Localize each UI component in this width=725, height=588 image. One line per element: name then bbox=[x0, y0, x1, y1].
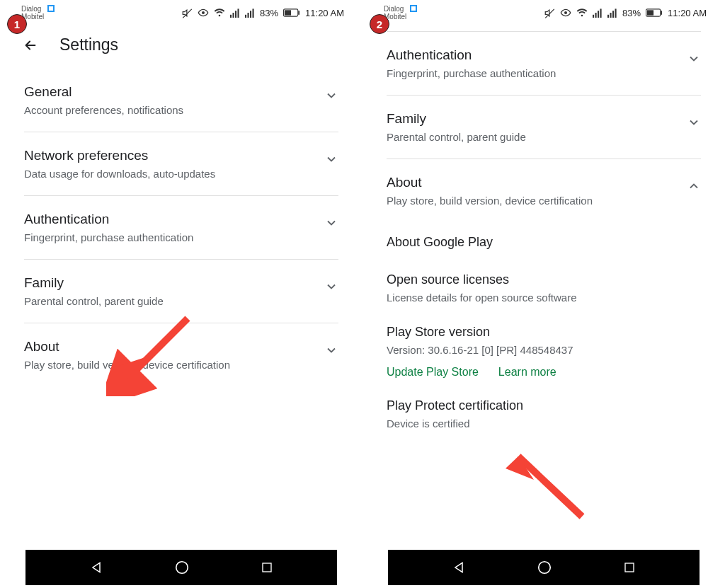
svg-rect-1 bbox=[230, 15, 232, 18]
settings-list: General Account preferences, notificatio… bbox=[4, 69, 358, 550]
nav-home-icon[interactable] bbox=[174, 560, 190, 575]
notification-icon bbox=[47, 5, 55, 12]
svg-rect-5 bbox=[245, 15, 246, 18]
svg-rect-26 bbox=[647, 10, 653, 15]
status-bar: Dialog Mobitel 83% 11:20 AM bbox=[4, 0, 358, 25]
section-title: Family bbox=[24, 275, 304, 291]
play-store-version: Play Store version Version: 30.6.16-21 [… bbox=[387, 312, 701, 386]
status-icons: 83% 11:20 AM bbox=[544, 7, 707, 18]
svg-point-13 bbox=[176, 562, 188, 574]
svg-rect-6 bbox=[248, 13, 249, 18]
svg-rect-29 bbox=[625, 563, 634, 572]
signal-icon-2 bbox=[607, 8, 617, 18]
svg-rect-22 bbox=[612, 11, 614, 18]
status-carriers: Dialog Mobitel bbox=[384, 6, 417, 21]
section-about[interactable]: About Play store, build version, device … bbox=[24, 323, 338, 386]
svg-rect-21 bbox=[610, 13, 612, 18]
item-title: Play Store version bbox=[387, 325, 701, 340]
nav-back-icon[interactable] bbox=[452, 560, 466, 575]
eye-icon bbox=[198, 7, 209, 18]
section-family[interactable]: Family Parental control, parent guide bbox=[24, 260, 338, 323]
chevron-down-icon bbox=[687, 52, 701, 66]
svg-point-28 bbox=[539, 562, 551, 574]
step-badge-1: 1 bbox=[7, 14, 27, 34]
section-authentication[interactable]: Authentication Fingerprint, purchase aut… bbox=[387, 32, 701, 96]
signal-icon-1 bbox=[230, 8, 240, 18]
battery-percent: 83% bbox=[622, 8, 641, 18]
section-network[interactable]: Network preferences Data usage for downl… bbox=[24, 132, 338, 196]
svg-rect-8 bbox=[253, 8, 254, 18]
page-title: Settings bbox=[59, 35, 118, 54]
svg-rect-7 bbox=[250, 11, 251, 18]
battery-icon bbox=[283, 8, 300, 17]
open-source-licenses[interactable]: Open source licenses License details for… bbox=[387, 260, 701, 312]
carrier-1: Dialog bbox=[384, 6, 406, 13]
battery-percent: 83% bbox=[260, 8, 278, 18]
item-subtitle: Version: 30.6.16-21 [0] [PR] 448548437 bbox=[387, 342, 701, 357]
svg-rect-10 bbox=[298, 11, 299, 15]
section-title: Family bbox=[387, 111, 667, 127]
status-bar: Dialog Mobitel 83% 11:20 AM bbox=[367, 0, 721, 25]
nav-back-icon[interactable] bbox=[89, 560, 103, 575]
item-title: Open source licenses bbox=[387, 272, 701, 287]
chevron-down-icon bbox=[324, 216, 338, 230]
section-subtitle: Play store, build version, device certif… bbox=[387, 193, 667, 208]
svg-point-0 bbox=[202, 11, 205, 14]
status-carriers: Dialog Mobitel bbox=[21, 6, 55, 21]
signal-icon-1 bbox=[593, 8, 603, 18]
screen-2: 2 Dialog Mobitel 83% 11:20 AM Authentica… bbox=[362, 0, 725, 588]
chevron-up-icon bbox=[687, 179, 701, 193]
nav-home-icon[interactable] bbox=[537, 560, 552, 575]
svg-rect-19 bbox=[600, 8, 602, 18]
signal-icon-2 bbox=[245, 8, 255, 18]
section-title: Network preferences bbox=[24, 148, 304, 163]
svg-rect-25 bbox=[661, 11, 662, 15]
svg-rect-20 bbox=[607, 15, 609, 18]
section-title: Authentication bbox=[24, 212, 304, 227]
status-time: 11:20 AM bbox=[305, 8, 344, 18]
section-title: General bbox=[24, 84, 304, 100]
status-icons: 83% 11:20 AM bbox=[182, 7, 344, 18]
back-icon[interactable] bbox=[23, 38, 38, 53]
mute-icon bbox=[544, 8, 555, 18]
wifi-icon bbox=[214, 8, 225, 18]
item-subtitle: Device is certified bbox=[387, 416, 701, 431]
section-subtitle: Play store, build version, device certif… bbox=[24, 357, 304, 372]
update-play-store-link[interactable]: Update Play Store bbox=[387, 366, 479, 379]
nav-bar bbox=[25, 550, 337, 585]
carrier-1: Dialog bbox=[21, 6, 44, 13]
chevron-down-icon bbox=[687, 115, 701, 129]
section-subtitle: Fingerprint, purchase authentication bbox=[24, 230, 304, 245]
section-title: About bbox=[24, 339, 304, 354]
section-about-expanded[interactable]: About Play store, build version, device … bbox=[387, 159, 701, 222]
item-title: Play Protect certification bbox=[387, 398, 701, 413]
status-time: 11:20 AM bbox=[668, 8, 707, 18]
app-header: Settings bbox=[4, 25, 358, 69]
about-google-play[interactable]: About Google Play bbox=[387, 222, 701, 260]
settings-list-scrolled: Authentication Fingerprint, purchase aut… bbox=[367, 25, 721, 550]
nav-recent-icon[interactable] bbox=[261, 561, 273, 574]
section-general[interactable]: General Account preferences, notificatio… bbox=[24, 69, 338, 132]
item-subtitle: License details for open source software bbox=[387, 290, 701, 305]
notification-icon bbox=[410, 5, 417, 12]
section-family[interactable]: Family Parental control, parent guide bbox=[387, 96, 701, 159]
section-authentication[interactable]: Authentication Fingerprint, purchase aut… bbox=[24, 196, 338, 260]
svg-rect-18 bbox=[598, 11, 599, 18]
eye-icon bbox=[560, 7, 571, 18]
chevron-down-icon bbox=[324, 152, 338, 166]
svg-point-15 bbox=[564, 11, 567, 14]
battery-icon bbox=[646, 8, 663, 17]
svg-rect-14 bbox=[263, 563, 271, 572]
svg-rect-16 bbox=[593, 15, 594, 18]
learn-more-link[interactable]: Learn more bbox=[498, 366, 556, 379]
step-badge-2: 2 bbox=[370, 14, 389, 34]
section-title: Authentication bbox=[387, 47, 667, 63]
section-title: About bbox=[387, 175, 667, 190]
svg-rect-2 bbox=[233, 13, 234, 18]
wifi-icon bbox=[576, 8, 588, 18]
chevron-down-icon bbox=[324, 88, 338, 103]
section-subtitle: Parental control, parent guide bbox=[24, 294, 304, 309]
svg-rect-17 bbox=[595, 13, 597, 18]
nav-recent-icon[interactable] bbox=[623, 561, 636, 574]
section-subtitle: Fingerprint, purchase authentication bbox=[387, 66, 667, 81]
